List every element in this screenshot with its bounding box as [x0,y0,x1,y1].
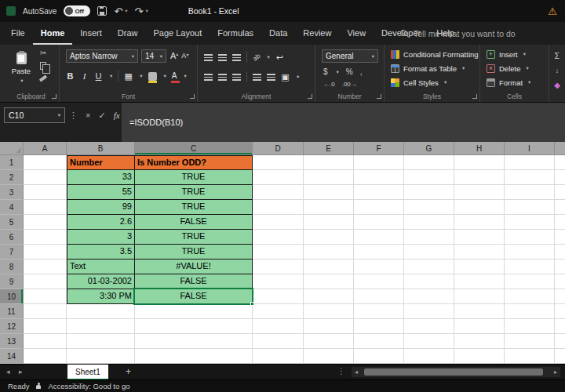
cell-F3[interactable] [354,185,404,200]
cell-F12[interactable] [354,319,404,334]
cell-H1[interactable] [454,155,505,170]
new-sheet-icon[interactable]: + [126,366,131,377]
autosave-toggle[interactable]: Off [64,5,90,16]
scroll-left-icon[interactable]: ◂ [352,368,361,376]
cell-A3[interactable] [24,185,67,200]
cell-A12[interactable] [24,319,67,334]
dialog-launcher-icon[interactable] [190,94,195,99]
chevron-down-icon[interactable]: ▾ [110,73,112,79]
cell-E9[interactable] [304,274,354,289]
cell-E13[interactable] [304,334,354,349]
col-header-H[interactable]: H [454,142,505,155]
format-painter-icon[interactable] [39,74,47,82]
row-header-11[interactable]: 11 [0,304,24,319]
cell-B10[interactable]: 3:30 PM [67,289,135,304]
chevron-down-icon[interactable]: ▾ [164,73,166,79]
cell-G11[interactable] [404,304,454,319]
enter-icon[interactable]: ✓ [98,111,105,120]
cell-F10[interactable] [354,289,404,304]
sheet-nav-left-icon[interactable]: ◂ [6,368,10,376]
cell-H8[interactable] [454,260,505,274]
decrease-decimal-icon[interactable]: .00→ [342,82,357,88]
cell-E12[interactable] [304,319,354,334]
delete-button[interactable]: ×Delete▾ [480,61,549,75]
cell-G8[interactable] [404,260,454,274]
cell-E8[interactable] [304,260,354,274]
cell-B11[interactable] [67,304,135,319]
cell-B4[interactable]: 99 [67,200,135,215]
underline-button[interactable]: U [94,71,103,82]
dialog-launcher-icon[interactable] [472,94,477,99]
cell-D3[interactable] [253,185,304,200]
row-header-4[interactable]: 4 [0,200,24,215]
cell-A9[interactable] [24,274,67,289]
cell-F1[interactable] [354,155,404,170]
cell-E7[interactable] [304,245,354,260]
cell-E4[interactable] [304,200,354,215]
cancel-icon[interactable]: × [86,111,90,120]
col-header-G[interactable]: G [404,142,454,155]
dialog-launcher-icon[interactable] [308,94,312,99]
col-header-B[interactable]: B [67,142,135,155]
cell-D11[interactable] [253,304,304,319]
formula-input[interactable]: =ISODD(B10) [122,103,565,142]
cell-B13[interactable] [67,334,135,349]
cell-I13[interactable] [505,334,555,349]
cell-A7[interactable] [24,245,67,260]
cell-E11[interactable] [304,304,354,319]
paste-button[interactable]: Paste ▾ [9,49,34,88]
decrease-indent-icon[interactable] [253,74,261,81]
cell-H7[interactable] [454,245,505,260]
number-format-select[interactable]: General ▾ [322,49,378,63]
cell-H3[interactable] [454,185,505,200]
cell-I14[interactable] [505,349,555,364]
horizontal-scrollbar[interactable]: ◂ ▸ [352,367,560,377]
cell-G4[interactable] [404,200,454,215]
cell-D14[interactable] [253,349,304,364]
cell-I8[interactable] [505,260,555,274]
sheet-options-icon[interactable]: ⋮ [337,367,345,376]
cell-I11[interactable] [505,304,555,319]
cell-A10[interactable] [24,289,67,304]
cell-E14[interactable] [304,349,354,364]
cell-D2[interactable] [253,170,304,185]
name-box[interactable]: C10 ▾ [4,107,65,123]
scrollbar-track[interactable] [361,367,551,377]
chevron-down-icon[interactable]: ▾ [145,8,148,14]
cell-D9[interactable] [253,274,304,289]
tab-home[interactable]: Home [33,22,73,45]
cell-H4[interactable] [454,200,505,215]
cell-C9[interactable]: FALSE [135,274,253,289]
tab-formulas[interactable]: Formulas [210,22,261,45]
cell-G6[interactable] [404,230,454,245]
cell-A11[interactable] [24,304,67,319]
format-as-table-button[interactable]: Format as Table▾ [385,61,479,75]
align-left-icon[interactable] [204,74,213,81]
tab-insert[interactable]: Insert [72,22,110,45]
sheet-tab-sheet1[interactable]: Sheet1 [67,365,108,380]
select-all-corner[interactable] [0,142,24,155]
cell-I1[interactable] [505,155,555,170]
cell-I12[interactable] [505,319,555,334]
cell-D6[interactable] [253,230,304,245]
cell-A4[interactable] [24,200,67,215]
align-top-icon[interactable] [204,54,213,61]
cell-G9[interactable] [404,274,454,289]
cut-icon[interactable]: ✂ [40,49,46,57]
cell-B5[interactable]: 2.6 [67,215,135,230]
row-header-9[interactable]: 9 [0,274,24,289]
font-color-icon[interactable]: A [172,72,177,80]
cell-G7[interactable] [404,245,454,260]
cell-E1[interactable] [304,155,354,170]
warning-icon[interactable]: ⚠ [548,5,557,17]
borders-icon[interactable]: ▦ [124,71,133,82]
fill-down-icon[interactable]: ↓ [556,67,560,74]
cell-G5[interactable] [404,215,454,230]
cell-B3[interactable]: 55 [67,185,135,200]
cell-B1[interactable]: Number [67,155,135,170]
decrease-font-size-button[interactable]: A▾ [181,52,188,60]
accounting-format-icon[interactable]: $ [323,68,328,76]
cell-A13[interactable] [24,334,67,349]
cell-A14[interactable] [24,349,67,364]
chevron-down-icon[interactable]: ▾ [267,54,269,60]
